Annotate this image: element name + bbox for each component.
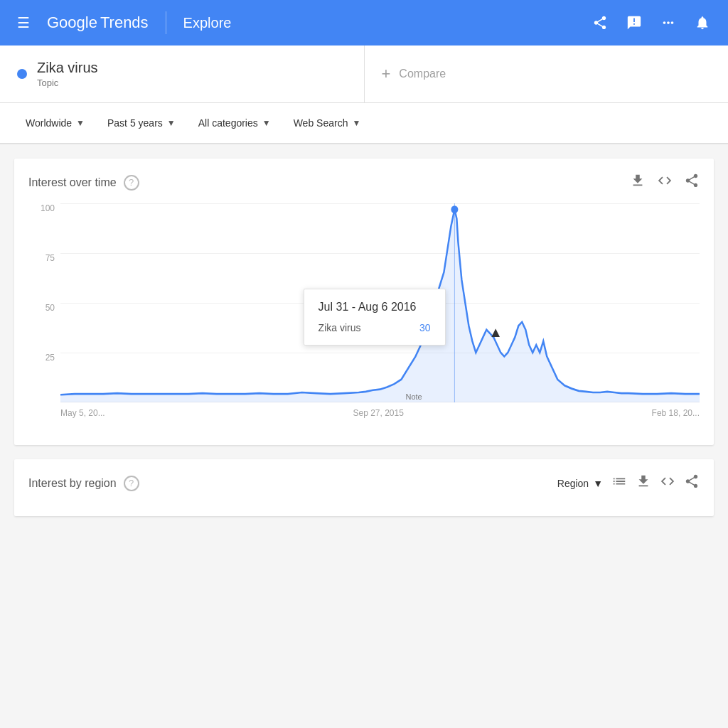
feedback-button[interactable] <box>620 9 648 37</box>
y-label-100: 100 <box>41 203 55 213</box>
x-label-mid: Sep 27, 2015 <box>353 408 403 418</box>
embed-region-button[interactable] <box>660 473 675 493</box>
google-text: Google <box>47 14 97 32</box>
search-term-name: Zika virus <box>37 60 98 76</box>
card-title-group: Interest over time ? <box>28 175 139 191</box>
x-axis: May 5, 20... Sep 27, 2015 Feb 18, 20... <box>60 402 700 431</box>
x-label-end: Feb 18, 20... <box>652 408 700 418</box>
tooltip-term: Zika virus <box>318 322 361 333</box>
compare-label: Compare <box>399 68 446 80</box>
compare-plus-icon: + <box>382 65 391 83</box>
time-label: Past 5 years <box>107 117 163 129</box>
svg-point-2 <box>451 205 458 213</box>
search-type-arrow-icon: ▼ <box>352 118 360 128</box>
main-content: Interest over time ? 100 <box>0 144 728 545</box>
region-controls: Region ▼ <box>557 473 700 493</box>
share-button[interactable] <box>586 9 614 37</box>
region-card-title: Interest by region <box>28 477 117 490</box>
chart-container[interactable]: 100 75 50 25 <box>28 203 700 431</box>
download-region-button[interactable] <box>636 473 651 493</box>
trends-text: Trends <box>100 14 149 32</box>
app-logo: Google Trends <box>47 14 149 32</box>
chart-inner: Note ▲ Jul 31 - Aug 6 2016 Zika virus 30 <box>60 203 700 402</box>
time-arrow-icon: ▼ <box>167 118 176 128</box>
region-select[interactable]: Region ▼ <box>557 478 603 489</box>
tooltip-date: Jul 31 - Aug 6 2016 <box>318 301 431 314</box>
search-term-box: Zika virus Topic <box>0 46 365 102</box>
chart-note: Note <box>405 392 422 401</box>
list-view-button[interactable] <box>611 473 627 493</box>
help-icon[interactable]: ? <box>124 175 139 191</box>
card-title: Interest over time <box>28 176 117 189</box>
region-arrow-icon: ▼ <box>593 478 603 489</box>
header-icons <box>586 9 717 37</box>
search-dot <box>17 69 27 79</box>
region-title-group: Interest by region ? <box>28 476 139 491</box>
header-divider <box>166 11 166 34</box>
y-label-50: 50 <box>46 303 55 313</box>
interest-over-time-card: Interest over time ? 100 <box>14 159 714 445</box>
download-button[interactable] <box>630 173 646 192</box>
category-arrow-icon: ▼ <box>262 118 271 128</box>
region-help-icon[interactable]: ? <box>124 476 139 491</box>
search-type-label: Web Search <box>294 117 348 129</box>
x-label-start: May 5, 20... <box>60 408 105 418</box>
filters-row: Worldwide ▼ Past 5 years ▼ All categorie… <box>0 103 728 144</box>
location-arrow-icon: ▼ <box>76 118 85 128</box>
category-filter[interactable]: All categories ▼ <box>190 112 279 134</box>
y-label-75: 75 <box>46 253 55 263</box>
region-card-header: Interest by region ? Region ▼ <box>28 473 700 493</box>
y-label-25: 25 <box>46 353 55 363</box>
app-header: ☰ Google Trends Explore <box>0 0 728 46</box>
time-filter[interactable]: Past 5 years ▼ <box>99 112 184 134</box>
card-header: Interest over time ? <box>28 173 700 192</box>
share-region-button[interactable] <box>684 473 700 493</box>
search-type-filter[interactable]: Web Search ▼ <box>285 112 370 134</box>
notifications-button[interactable] <box>688 9 717 37</box>
y-axis: 100 75 50 25 <box>28 203 60 402</box>
share-chart-button[interactable] <box>684 173 700 192</box>
tooltip: Jul 31 - Aug 6 2016 Zika virus 30 <box>304 289 446 346</box>
search-term-type: Topic <box>37 77 98 88</box>
apps-button[interactable] <box>654 9 682 37</box>
tooltip-row: Zika virus 30 <box>318 322 431 333</box>
explore-label: Explore <box>183 15 232 31</box>
search-row: Zika virus Topic + Compare <box>0 46 728 102</box>
embed-button[interactable] <box>657 173 673 192</box>
tooltip-value: 30 <box>419 322 431 333</box>
location-filter[interactable]: Worldwide ▼ <box>17 112 93 134</box>
location-label: Worldwide <box>26 117 72 129</box>
interest-by-region-card: Interest by region ? Region ▼ <box>14 459 714 516</box>
search-term-text: Zika virus Topic <box>37 60 98 88</box>
menu-icon[interactable]: ☰ <box>11 9 36 37</box>
compare-box[interactable]: + Compare <box>365 46 729 102</box>
category-label: All categories <box>198 117 258 129</box>
region-label: Region <box>557 478 589 489</box>
card-actions <box>630 173 700 192</box>
search-area: Zika virus Topic + Compare <box>0 46 728 103</box>
